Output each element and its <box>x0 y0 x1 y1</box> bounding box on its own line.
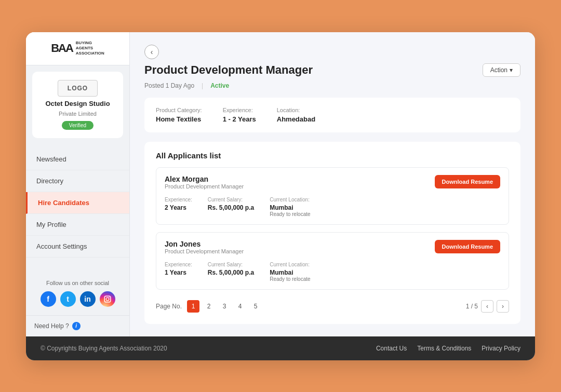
nav-menu: Newsfeed Directory Hire Candidates My Pr… <box>26 148 129 272</box>
detail-experience: Experience: 2 Years <box>165 197 192 217</box>
applicant-card-2: Jon Jones Product Development Manager Do… <box>156 232 509 290</box>
detail-experience-2: Experience: 1 Years <box>165 262 192 282</box>
detail-salary-2: Current Salary: Rs. 5,00,000 p.a <box>208 262 254 282</box>
svg-point-2 <box>109 297 109 298</box>
exp-label-2: Experience: <box>165 262 192 267</box>
applicant-name: Alex Morgan <box>165 175 244 183</box>
curr-loc-label: Current Location: <box>270 197 310 202</box>
download-resume-button-2[interactable]: Download Resume <box>435 240 500 253</box>
job-detail-category: Product Category: Home Textiles <box>156 107 202 123</box>
twitter-icon[interactable]: t <box>60 291 76 307</box>
salary-label: Current Salary: <box>208 197 254 202</box>
page-label: Page No. <box>156 303 182 310</box>
applicants-section: All Applicants list Alex Morgan Product … <box>144 142 520 324</box>
baa-logo-icon: BAA <box>51 42 73 55</box>
experience-label: Experience: <box>223 107 256 113</box>
curr-loc-label-2: Current Location: <box>270 262 310 267</box>
verified-badge: Verified <box>62 121 94 130</box>
page-prev-button[interactable]: ‹ <box>481 300 493 313</box>
detail-location-2: Current Location: Mumbai Ready to reloca… <box>270 262 310 282</box>
posted-label: Posted 1 Day Ago <box>144 82 194 89</box>
company-logo-placeholder: LOGO <box>58 80 98 97</box>
page-total-text: 1 / 5 <box>466 303 478 310</box>
page-total: 1 / 5 ‹ › <box>466 300 509 313</box>
page-3[interactable]: 3 <box>218 300 231 313</box>
action-label: Action <box>490 66 507 74</box>
logo-baa: BAA BUYING AGENTS ASSOCIATION <box>51 40 104 57</box>
page-1[interactable]: 1 <box>187 300 199 313</box>
baa-logo-text: BUYING AGENTS ASSOCIATION <box>76 40 104 57</box>
exp-value: 2 Years <box>165 204 192 211</box>
page-5[interactable]: 5 <box>249 300 262 313</box>
action-button[interactable]: Action ▾ <box>483 63 520 77</box>
category-label: Product Category: <box>156 107 202 113</box>
back-button[interactable]: ‹ <box>144 45 159 59</box>
linkedin-icon[interactable]: in <box>80 291 96 307</box>
company-card: LOGO Octet Design Studio Private Limited… <box>32 72 123 138</box>
sidebar-item-newsfeed[interactable]: Newsfeed <box>26 148 129 170</box>
curr-loc-value-2: Mumbai <box>270 269 310 276</box>
applicant-top: Alex Morgan Product Development Manager … <box>165 175 500 195</box>
relocate-label: Ready to relocate <box>270 211 310 217</box>
help-label: Need Help ? <box>34 322 69 330</box>
curr-loc-value: Mumbai <box>270 204 310 211</box>
applicant-role: Product Development Manager <box>165 183 244 190</box>
svg-rect-0 <box>104 296 111 302</box>
terms-link[interactable]: Terms & Conditions <box>417 345 471 352</box>
social-icons: f t in <box>34 291 121 307</box>
job-meta: Posted 1 Day Ago | Active <box>144 82 520 89</box>
sidebar-logo-area: BAA BUYING AGENTS ASSOCIATION <box>26 32 129 65</box>
job-details-card: Product Category: Home Textiles Experien… <box>144 98 520 132</box>
main-container: BAA BUYING AGENTS ASSOCIATION LOGO Octet… <box>26 32 535 360</box>
sidebar-item-directory[interactable]: Directory <box>26 170 129 192</box>
job-detail-location: Location: Ahmedabad <box>277 107 315 123</box>
applicant-details-2: Experience: 1 Years Current Salary: Rs. … <box>165 262 500 282</box>
detail-salary: Current Salary: Rs. 5,00,000 p.a <box>208 197 254 217</box>
location-label: Location: <box>277 107 315 113</box>
facebook-icon[interactable]: f <box>41 291 56 307</box>
sidebar-item-account-settings[interactable]: Account Settings <box>26 236 129 258</box>
location-value: Ahmedabad <box>277 115 315 123</box>
exp-label: Experience: <box>165 197 192 202</box>
download-resume-button-1[interactable]: Download Resume <box>435 175 500 188</box>
detail-location: Current Location: Mumbai Ready to reloca… <box>270 197 310 217</box>
applicant-details: Experience: 2 Years Current Salary: Rs. … <box>165 197 500 217</box>
contact-link[interactable]: Contact Us <box>376 345 407 352</box>
salary-value-2: Rs. 5,00,000 p.a <box>208 269 254 276</box>
chevron-down-icon: ▾ <box>510 66 513 74</box>
company-type: Private Limited <box>59 111 97 117</box>
exp-value-2: 1 Years <box>165 269 192 276</box>
experience-value: 1 - 2 Years <box>223 115 256 123</box>
salary-value: Rs. 5,00,000 p.a <box>208 204 254 211</box>
page-numbers: 1 2 3 4 5 <box>187 300 262 313</box>
sidebar: BAA BUYING AGENTS ASSOCIATION LOGO Octet… <box>26 32 130 336</box>
social-label: Follow us on other social <box>34 280 121 286</box>
page-2[interactable]: 2 <box>203 300 215 313</box>
page-next-button[interactable]: › <box>497 300 509 313</box>
svg-point-1 <box>106 298 109 301</box>
applicant-name-2: Jon Jones <box>165 240 244 248</box>
page-4[interactable]: 4 <box>234 300 246 313</box>
status-badge: Active <box>210 82 229 89</box>
privacy-link[interactable]: Privacy Policy <box>482 345 520 352</box>
applicants-title: All Applicants list <box>156 151 509 160</box>
applicant-top-2: Jon Jones Product Development Manager Do… <box>165 240 500 260</box>
sidebar-item-my-profile[interactable]: My Profile <box>26 214 129 236</box>
footer-links: Contact Us Terms & Conditions Privacy Po… <box>376 345 520 352</box>
job-title: Product Development Manager <box>144 63 313 77</box>
applicant-card: Alex Morgan Product Development Manager … <box>156 167 509 225</box>
copyright-text: © Copyrights Buying Agents Association 2… <box>41 345 167 352</box>
main-content: ‹ Product Development Manager Action ▾ P… <box>130 32 535 336</box>
meta-divider: | <box>202 82 203 89</box>
sidebar-item-hire-candidates[interactable]: Hire Candidates <box>26 192 129 214</box>
info-icon[interactable]: i <box>72 322 81 330</box>
footer: © Copyrights Buying Agents Association 2… <box>26 336 535 360</box>
salary-label-2: Current Salary: <box>208 262 254 267</box>
job-detail-experience: Experience: 1 - 2 Years <box>223 107 256 123</box>
instagram-icon[interactable] <box>100 291 115 307</box>
company-name: Octet Design Studio <box>45 100 110 107</box>
category-value: Home Textiles <box>156 115 202 123</box>
relocate-label-2: Ready to relocate <box>270 276 310 282</box>
pagination-bar: Page No. 1 2 3 4 5 1 / 5 ‹ › <box>156 298 509 315</box>
content-area: BAA BUYING AGENTS ASSOCIATION LOGO Octet… <box>26 32 535 336</box>
